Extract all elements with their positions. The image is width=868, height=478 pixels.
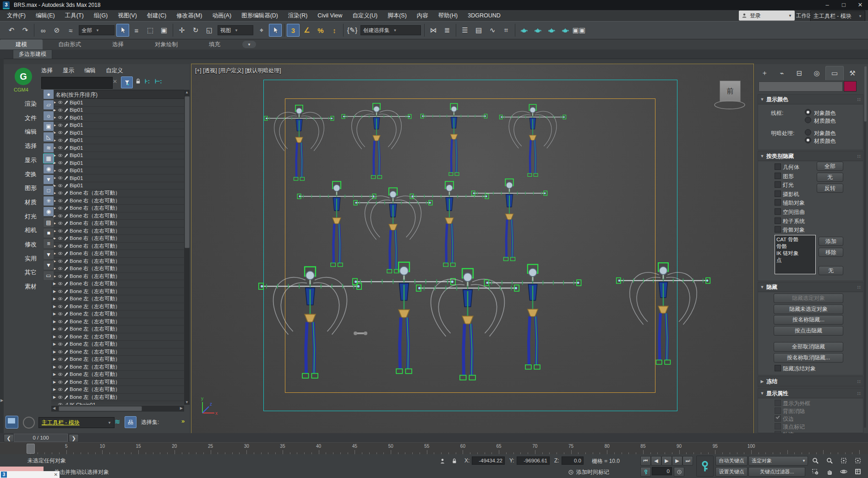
list-item[interactable]: ▶Bone 右（左右可動） bbox=[51, 280, 186, 288]
category-icon-5[interactable]: ≋ bbox=[43, 143, 54, 153]
undo-icon[interactable]: ↶ bbox=[5, 24, 18, 37]
expand-icon[interactable]: ▶ bbox=[51, 289, 58, 293]
button-无-2[interactable]: 无 bbox=[819, 266, 843, 275]
expand-icon[interactable]: ▶ bbox=[51, 304, 58, 309]
select-move-icon[interactable]: ✢ bbox=[175, 24, 188, 37]
radio-shaded-material[interactable] bbox=[805, 137, 811, 143]
category-icon-16[interactable]: ▼ bbox=[43, 260, 54, 270]
panel-tab-display-icon[interactable]: ▭ bbox=[825, 66, 844, 80]
panel-scrollbar[interactable] bbox=[864, 66, 866, 428]
search-filter-icon[interactable] bbox=[121, 76, 133, 88]
redo-icon[interactable]: ↷ bbox=[19, 24, 32, 37]
selection-filter-dropdown[interactable]: 全部▼ bbox=[79, 25, 115, 35]
lock-icon[interactable] bbox=[135, 78, 142, 86]
ribbon-tab-选择[interactable]: 选择 bbox=[97, 39, 139, 49]
prev-frame-button[interactable]: ❮ bbox=[4, 434, 14, 442]
listbox-item[interactable]: IK 链对象 bbox=[776, 250, 814, 257]
list-item[interactable]: ▶Bip01 bbox=[51, 182, 186, 190]
side-menu-灯光[interactable]: 灯光 bbox=[25, 212, 37, 221]
rollout-header-display-color[interactable]: ▼显示颜色∷ bbox=[758, 95, 863, 104]
radio-shaded-object[interactable] bbox=[805, 129, 811, 136]
ribbon-tab-自由形式[interactable]: 自由形式 bbox=[43, 39, 97, 49]
button-全部取消隐藏[interactable]: 全部取消隐藏 bbox=[774, 342, 843, 352]
list-item[interactable]: ▶Bone 右（左右可動） bbox=[51, 205, 186, 212]
menu-14[interactable]: 帮助(H) bbox=[433, 10, 463, 21]
scroll-thumb[interactable] bbox=[59, 406, 142, 411]
y-field[interactable]: -96906.61 bbox=[517, 456, 550, 465]
list-item[interactable]: ▶Bone 右（左右可動） bbox=[51, 235, 186, 243]
set-keys-button[interactable] bbox=[696, 456, 714, 477]
scroll-down-icon[interactable]: ▼ bbox=[185, 400, 189, 404]
category-icon-14[interactable]: ≡ bbox=[43, 239, 54, 249]
checkbox-粒子系统[interactable] bbox=[775, 217, 781, 224]
isolate-selection-icon[interactable] bbox=[436, 456, 449, 466]
schematic-view-icon[interactable]: ⌗ bbox=[500, 24, 513, 37]
list-item[interactable]: ▶Bip01 bbox=[51, 137, 186, 145]
overflow-icon[interactable]: » bbox=[181, 418, 185, 424]
list-item[interactable]: ▶Bone 左（左右可動） bbox=[51, 348, 186, 356]
maximize-viewport-icon[interactable] bbox=[852, 467, 864, 477]
scroll-thumb[interactable] bbox=[185, 96, 190, 248]
side-menu-修改[interactable]: 修改 bbox=[25, 240, 37, 249]
list-item[interactable]: ▶Bone 左（左右可動） bbox=[51, 379, 186, 386]
time-slider-handle[interactable] bbox=[27, 444, 35, 454]
category-icon-2[interactable]: ☼ bbox=[43, 111, 54, 121]
select-manipulate-icon[interactable] bbox=[269, 24, 282, 37]
select-object-icon[interactable] bbox=[116, 24, 129, 37]
list-item[interactable]: ▶Bip01 bbox=[51, 174, 186, 182]
menu-1[interactable]: 编辑(E) bbox=[31, 10, 60, 21]
use-pivot-center-icon[interactable]: ⌖ bbox=[255, 24, 268, 37]
side-menu-渲染[interactable]: 渲染 bbox=[25, 100, 37, 108]
button-隐藏未选定对象[interactable]: 隐藏未选定对象 bbox=[774, 304, 843, 314]
menu-12[interactable]: 脚本(S) bbox=[382, 10, 412, 21]
scroll-left-icon[interactable]: ◀ bbox=[53, 406, 55, 410]
checkbox-显示为外框[interactable] bbox=[775, 400, 781, 406]
explorer-menu-0[interactable]: 选择 bbox=[41, 67, 53, 75]
ribbon-toggle-icon[interactable]: ▤ bbox=[472, 24, 485, 37]
object-color-swatch[interactable] bbox=[844, 81, 857, 92]
spinner-snap-icon[interactable]: ↕ bbox=[328, 24, 341, 37]
button-反转[interactable]: 反转 bbox=[817, 184, 843, 193]
key-filters-button[interactable]: 关键点过滤器... bbox=[748, 467, 805, 477]
render-production-icon[interactable] bbox=[559, 24, 572, 37]
menu-11[interactable]: 自定义(U) bbox=[347, 10, 382, 21]
checkbox-hide-frozen[interactable] bbox=[775, 365, 781, 371]
menu-7[interactable]: 动画(A) bbox=[207, 10, 236, 21]
list-item[interactable]: ▶Bone 右（左右可動） bbox=[51, 228, 186, 235]
next-frame-button[interactable]: ❯ bbox=[69, 434, 79, 442]
expand-icon[interactable]: ▶ bbox=[51, 320, 58, 324]
angle-snap-icon[interactable]: ∠ bbox=[300, 24, 313, 37]
menu-13[interactable]: 内容 bbox=[412, 10, 433, 21]
category-icon-12[interactable]: ▤ bbox=[43, 217, 54, 228]
list-item[interactable]: ▶Bip01 bbox=[51, 114, 186, 122]
schematic-icon[interactable]: 品 bbox=[125, 416, 136, 428]
layers-icon[interactable]: ≋ bbox=[115, 418, 120, 426]
list-item[interactable]: ▶Bone 右（左右可動） bbox=[51, 190, 186, 197]
material-editor-icon[interactable] bbox=[518, 24, 530, 37]
viewport[interactable]: [+] [透视] [用户定义] [默认明暗处理] bbox=[191, 64, 753, 433]
category-icon-9[interactable]: □ bbox=[43, 185, 54, 196]
side-menu-显示[interactable]: 显示 bbox=[25, 156, 37, 164]
side-menu-图形[interactable]: 图形 bbox=[25, 184, 37, 192]
list-item[interactable]: ▶Bone 右（左右可動） bbox=[51, 243, 186, 250]
dock-expand-icon[interactable]: ▶ bbox=[0, 398, 3, 402]
menu-5[interactable]: 创建(C) bbox=[142, 10, 171, 21]
zoom-region-icon[interactable] bbox=[809, 467, 822, 477]
align-icon[interactable]: ≣ bbox=[441, 24, 453, 37]
menu-0[interactable]: 文件(F) bbox=[2, 10, 31, 21]
list-item[interactable]: ▶Bone 左（左右可動） bbox=[51, 364, 186, 371]
rollout-header-hide-by-category[interactable]: ▼按类别隐藏∷ bbox=[758, 152, 863, 161]
zoom-extents-icon[interactable] bbox=[837, 456, 850, 466]
explorer-hscrollbar[interactable]: ◀ ▶ bbox=[51, 406, 184, 412]
category-icon-13[interactable]: ■ bbox=[43, 228, 54, 238]
window-crossing-icon[interactable]: ▣ bbox=[158, 24, 170, 37]
list-item[interactable]: ▶Bone 左（左右可動） bbox=[51, 295, 186, 303]
listbox-item[interactable]: CAT 骨骼 bbox=[776, 236, 814, 243]
selection-lock-icon[interactable] bbox=[448, 456, 461, 466]
checkbox-背面消隐[interactable] bbox=[775, 407, 781, 414]
viewcube[interactable]: 前 bbox=[714, 77, 746, 113]
ribbon-tab-填充[interactable]: 填充 bbox=[193, 39, 236, 49]
select-scale-icon[interactable]: ◱ bbox=[203, 24, 216, 37]
set-key-button[interactable]: 设置关键点 bbox=[715, 467, 748, 477]
checkbox-空间扭曲[interactable] bbox=[775, 208, 781, 215]
